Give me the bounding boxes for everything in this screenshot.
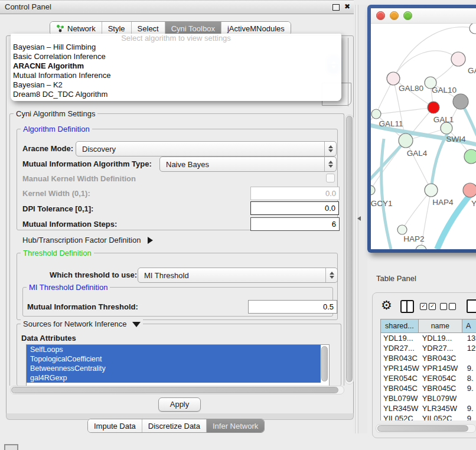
bottom-tabbar: Impute Data Discretize Data Infer Networ… (87, 419, 265, 433)
algorithm-definition-title: Algorithm Definition (21, 125, 92, 133)
table-row[interactable]: YIL052C YIL052C 9 (381, 413, 476, 420)
attribute-item-selected[interactable]: TopologicalCoefficient (27, 354, 321, 364)
kernel-width-field[interactable]: 0.0 (250, 187, 340, 200)
maximize-traffic-light-icon[interactable] (403, 11, 412, 20)
table-row[interactable]: YBL079W YBL079W (381, 393, 476, 403)
network-node[interactable] (397, 225, 407, 234)
manual-kernel-checkbox[interactable] (326, 174, 335, 182)
table-row[interactable]: YDR27... YDR27... 12 (381, 343, 476, 353)
dock-panel-button[interactable] (4, 444, 18, 450)
network-node[interactable] (463, 183, 476, 197)
combo-stepper-icon (325, 268, 337, 282)
node-label: GAL10 (432, 86, 457, 94)
scrollbar-thumb[interactable] (377, 425, 468, 432)
network-node[interactable] (441, 122, 452, 134)
dropdown-item[interactable]: Basic Correlation Inference (11, 52, 341, 61)
network-node[interactable] (464, 149, 476, 164)
network-node[interactable] (425, 184, 438, 197)
dropdown-item[interactable]: Mutual Information Inference (11, 71, 341, 80)
table-row[interactable]: YER054C YER054C 8. (381, 373, 476, 383)
node-label: GAL80 (399, 84, 423, 93)
split-columns-icon[interactable] (400, 300, 414, 313)
column-header-name[interactable]: name (419, 319, 462, 332)
dropdown-item-selected[interactable]: ARACNE Algorithm (11, 61, 341, 71)
mi-threshold-group-title: MI Threshold Definition (27, 283, 110, 292)
dpi-tolerance-label: DPI Tolerance [0,1]: (22, 204, 93, 213)
threshold-definition-title: Threshold Definition (21, 249, 94, 257)
settings-group-title: Cyni Algorithm Settings (14, 109, 97, 118)
algorithm-dropdown-list: Select algorithm to view settings Bayesi… (11, 34, 341, 101)
export-table-icon[interactable] (467, 299, 476, 313)
network-icon (56, 24, 64, 32)
scrollbar-thumb[interactable] (346, 116, 353, 382)
close-traffic-light-icon[interactable] (376, 11, 385, 20)
network-node-gal1[interactable] (428, 102, 439, 113)
table-row[interactable]: YLR345W YLR345W 9. (381, 403, 476, 413)
kernel-width-label: Kernel Width (0,1): (22, 189, 90, 198)
scrollbar-thumb[interactable] (11, 387, 338, 393)
network-node[interactable] (451, 52, 465, 66)
table-horizontal-scrollbar[interactable] (376, 424, 476, 433)
network-node[interactable] (399, 133, 413, 148)
apply-button[interactable]: Apply (158, 397, 201, 412)
network-canvas[interactable]: GAL GAL80 GAL10 GAL1 GAL11 SWI4 GAL4 GCY… (371, 24, 476, 249)
collapse-down-triangle-icon[interactable] (132, 322, 141, 327)
float-window-icon[interactable] (332, 4, 340, 11)
hub-definition-toggle[interactable]: Hub/Transcription Factor Definition (22, 236, 153, 244)
dropdown-item[interactable]: Bayesian – Hill Climbing (11, 43, 341, 52)
tab-impute-data[interactable]: Impute Data (88, 419, 142, 432)
show-columns-icon[interactable]: ✓✓ (420, 303, 436, 310)
mi-threshold-field[interactable]: 0.5 (248, 300, 337, 314)
table-row[interactable]: YBR043C YBR043C (381, 353, 476, 363)
which-threshold-combo[interactable]: MI Threshold (138, 268, 338, 283)
expand-right-triangle-icon[interactable] (148, 237, 153, 244)
tab-select[interactable]: Select (132, 22, 165, 35)
tab-network[interactable]: Network (50, 22, 102, 35)
dpi-tolerance-field[interactable]: 0.0 (250, 201, 339, 215)
dropdown-item[interactable]: Bayesian – K2 (11, 80, 341, 90)
network-window-titlebar[interactable] (371, 8, 476, 24)
combo-stepper-icon (324, 157, 336, 171)
column-header-partial[interactable]: A (462, 319, 476, 332)
tab-jactivemnodules[interactable]: jActiveMNodules (221, 22, 291, 35)
aracne-mode-combo[interactable]: Discovery (76, 141, 337, 156)
mi-steps-label: Mutual Information Steps: (22, 220, 117, 229)
network-node[interactable] (453, 94, 468, 109)
network-graph: GAL GAL80 GAL10 GAL1 GAL11 SWI4 GAL4 GCY… (371, 24, 476, 249)
dropdown-item[interactable]: Dream8 DC_TDC Algorithm (11, 90, 341, 99)
mi-steps-field[interactable]: 6 (250, 217, 340, 231)
tab-style[interactable]: Style (102, 22, 132, 35)
list-scrollbar-thumb[interactable] (321, 346, 328, 381)
gear-icon[interactable]: ⚙ (381, 298, 392, 312)
node-table: shared... name A YDL19... YDL19... 13 YD… (380, 319, 476, 420)
panel-splitter[interactable] (354, 5, 367, 433)
hide-columns-icon[interactable] (440, 303, 456, 310)
tab-cyni-toolbox[interactable]: Cyni Toolbox (165, 22, 221, 35)
which-threshold-label: Which threshold to use: (50, 270, 137, 279)
table-row[interactable]: YPR145W YPR145W 9. (381, 363, 476, 373)
attribute-item-selected[interactable]: gal4RGexp (27, 373, 321, 383)
network-node[interactable] (371, 185, 375, 195)
node-label: GAL (468, 66, 476, 75)
settings-vertical-scrollbar[interactable] (345, 115, 354, 384)
table-row[interactable]: YDL19... YDL19... 13 (381, 333, 476, 343)
network-node[interactable] (371, 109, 381, 119)
tab-infer-network[interactable]: Infer Network (207, 419, 264, 432)
node-label: GAL1 (433, 115, 454, 124)
attribute-item-selected[interactable]: BetweennessCentrality (27, 364, 321, 373)
minimize-traffic-light-icon[interactable] (390, 11, 399, 20)
network-node[interactable] (470, 24, 476, 34)
column-header-shared-name[interactable]: shared... (381, 319, 419, 332)
attribute-item-selected[interactable]: SelfLoops (27, 345, 321, 354)
close-icon[interactable]: ✖ (344, 2, 350, 11)
network-node[interactable] (387, 72, 400, 85)
sources-group-title[interactable]: Sources for Network Inference (21, 319, 143, 328)
settings-horizontal-scrollbar[interactable] (10, 386, 344, 394)
combo-stepper-icon (324, 142, 336, 156)
collapse-left-arrow-icon[interactable] (357, 216, 361, 221)
network-node[interactable] (416, 245, 426, 249)
tab-discretize-data[interactable]: Discretize Data (142, 419, 207, 432)
mi-type-combo[interactable]: Naive Bayes (159, 156, 337, 172)
control-panel-titlebar: Control Panel ✖ (0, 0, 354, 14)
table-row[interactable]: YBR045C YBR045C 9. (381, 383, 476, 393)
